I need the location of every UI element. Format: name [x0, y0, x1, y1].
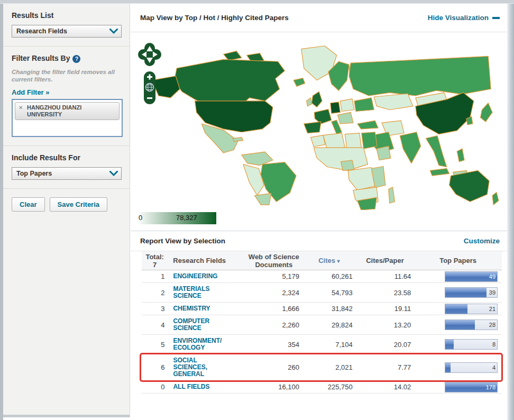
scrollbar[interactable]	[507, 4, 514, 420]
row-documents: 1,666	[245, 305, 302, 313]
research-field-link[interactable]: COMPUTER SCIENCE	[173, 315, 224, 334]
row-cites-per-paper: 13.20	[356, 321, 415, 329]
include-results-dropdown-value: Top Papers	[16, 170, 52, 177]
top-papers-bar: 178	[445, 382, 498, 392]
main-panel: Map View by Top / Hot / Highly Cited Pap…	[131, 4, 507, 420]
col-wos-documents[interactable]: Web of Science Documents	[245, 253, 303, 269]
save-criteria-button[interactable]: Save Criteria	[50, 197, 108, 212]
report-table: Total: 7 Research Fields Web of Science …	[142, 251, 502, 394]
top-papers-bar: 8	[445, 339, 498, 350]
row-documents: 354	[245, 341, 302, 349]
sidebar-bottom-strip	[3, 415, 130, 417]
row-rank: 4	[142, 321, 168, 329]
remove-filter-icon[interactable]: ×	[19, 104, 22, 111]
filter-section: Filter Results By? Changing the filter f…	[3, 47, 130, 146]
row-rank: 1	[142, 272, 168, 280]
research-field-link[interactable]: SOCIAL SCIENCES, GENERAL	[173, 354, 224, 380]
research-field-link[interactable]: ENVIRONMENT/ECOLOGY	[173, 335, 224, 354]
add-filter-link[interactable]: Add Filter »	[12, 88, 50, 96]
sidebar-buttons: Clear Save Criteria	[3, 189, 130, 220]
row-rank: 2	[142, 289, 168, 297]
row-rank: 6	[142, 363, 168, 371]
row-cites-per-paper: 11.64	[356, 272, 415, 280]
include-results-dropdown[interactable]: Top Papers	[12, 167, 122, 180]
include-results-section: Include Results For Top Papers	[3, 146, 130, 189]
world-map-visualization[interactable]: 0 78,327	[131, 32, 507, 231]
top-papers-value: 49	[489, 273, 495, 280]
row-documents: 5,179	[245, 272, 302, 280]
research-field-link[interactable]: ENGINEERING	[173, 270, 224, 282]
top-papers-bar: 49	[445, 271, 498, 282]
top-papers-value: 21	[489, 306, 495, 312]
top-papers-bar: 21	[445, 304, 498, 314]
country-canada[interactable]	[174, 59, 284, 106]
row-rank: 0	[142, 383, 168, 391]
country-uk[interactable]	[311, 92, 322, 107]
sidebar: Results List Research Fields Filter Resu…	[3, 4, 130, 417]
map-pan-control[interactable]	[138, 43, 161, 66]
row-cites: 7,104	[302, 341, 356, 349]
research-field-link[interactable]: MATERIALS SCIENCE	[173, 283, 224, 302]
filter-note: Changing the filter field removes all cu…	[12, 68, 121, 83]
top-papers-value: 28	[489, 322, 495, 328]
results-list-dropdown[interactable]: Research Fields	[12, 25, 122, 38]
map-legend: 0 78,327	[137, 212, 216, 224]
country-spain[interactable]	[304, 122, 321, 133]
results-list-dropdown-value: Research Fields	[16, 28, 67, 35]
country-egypt[interactable]	[362, 132, 377, 149]
filter-heading: Filter Results By?	[12, 54, 121, 63]
chevron-down-icon	[109, 169, 118, 178]
row-cites-per-paper: 19.11	[356, 305, 415, 313]
results-list-section: Results List Research Fields	[3, 4, 130, 47]
cites-label: Cites	[318, 257, 335, 264]
row-cites: 54,793	[302, 289, 356, 297]
filter-tag-label: HANGZHOU DIANZI UNIVERSITY	[27, 104, 81, 117]
sort-down-icon: ▾	[337, 258, 340, 264]
top-strip	[0, 0, 514, 4]
table-row[interactable]: 1 ENGINEERING 5,179 60,261 11.64 49	[142, 270, 502, 283]
map-zoom-control[interactable]	[144, 71, 155, 104]
table-row[interactable]: 0 ALL FIELDS 16,100 225,750 14.02 178	[142, 381, 502, 394]
map-controls	[138, 42, 161, 107]
col-top-papers[interactable]: Top Papers	[414, 257, 502, 264]
table-row[interactable]: 3 CHEMISTRY 1,666 31,842 19.11 21	[142, 303, 502, 315]
include-results-heading: Include Results For	[12, 153, 121, 162]
table-row[interactable]: 5 ENVIRONMENT/ECOLOGY 354 7,104 20.07 8	[142, 335, 502, 354]
help-icon[interactable]: ?	[72, 55, 80, 63]
country-india[interactable]	[400, 132, 420, 163]
top-papers-bar: 28	[445, 319, 498, 330]
country-russia[interactable]	[349, 56, 491, 96]
top-papers-value: 8	[492, 341, 495, 348]
row-rank: 3	[142, 305, 168, 313]
row-cites-per-paper: 7.77	[356, 363, 415, 371]
research-field-link[interactable]: CHEMISTRY	[173, 303, 224, 315]
row-cites: 31,842	[302, 305, 356, 313]
country-germany[interactable]	[331, 102, 341, 114]
country-france[interactable]	[314, 109, 331, 124]
filter-box[interactable]: × HANGZHOU DIANZI UNIVERSITY	[12, 99, 123, 137]
row-cites-per-paper: 23.58	[356, 289, 415, 297]
row-cites-per-paper: 20.07	[356, 341, 415, 349]
col-cites-per-paper[interactable]: Cites/Paper	[356, 257, 415, 264]
country-new-zealand[interactable]	[492, 193, 499, 205]
clear-button[interactable]: Clear	[12, 197, 45, 212]
table-row[interactable]: 6 SOCIAL SCIENCES, GENERAL 260 2,021 7.7…	[142, 354, 502, 381]
country-australia[interactable]	[449, 170, 490, 202]
row-cites-per-paper: 14.02	[356, 383, 415, 391]
customize-link[interactable]: Customize	[464, 237, 500, 245]
table-header-row: Total: 7 Research Fields Web of Science …	[142, 251, 502, 270]
world-map[interactable]	[145, 40, 504, 210]
col-research-fields[interactable]: Research Fields	[168, 257, 245, 264]
report-header: Report View by Selection Customize	[131, 231, 507, 251]
col-cites-sort[interactable]: Cites ▾	[302, 257, 356, 264]
table-row[interactable]: 2 MATERIALS SCIENCE 2,324 54,793 23.58 3…	[142, 283, 502, 303]
row-documents: 2,260	[245, 321, 302, 329]
top-papers-bar-fill	[445, 363, 451, 372]
row-documents: 260	[245, 363, 302, 371]
research-field-link[interactable]: ALL FIELDS	[173, 381, 224, 393]
country-japan[interactable]	[481, 103, 493, 122]
top-papers-value: 4	[492, 364, 495, 371]
row-cites: 225,750	[302, 383, 356, 391]
table-row[interactable]: 4 COMPUTER SCIENCE 2,260 29,824 13.20 28	[142, 315, 502, 335]
hide-visualization-link[interactable]: Hide Visualization	[428, 14, 500, 22]
